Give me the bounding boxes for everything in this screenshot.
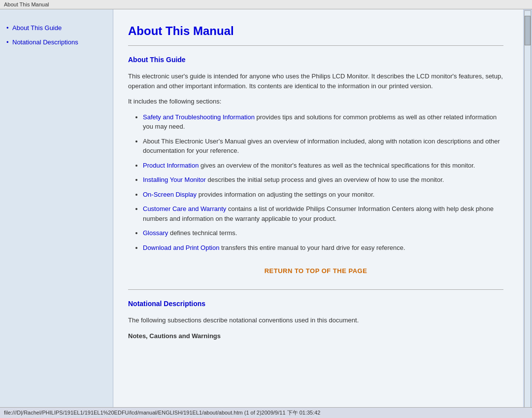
main-content: About This Manual About This Guide This …: [113, 9, 523, 414]
list-intro-text: It includes the following sections:: [128, 97, 503, 106]
list-item: Installing Your Monitor describes the in…: [143, 175, 503, 185]
divider-mid: [128, 289, 503, 290]
list-item: Glossary defines technical terms.: [143, 228, 503, 238]
browser-content: About This Guide Notational Descriptions…: [0, 9, 532, 414]
sidebar-nav: About This Guide Notational Descriptions: [7, 24, 105, 46]
glossary-link[interactable]: Glossary: [143, 229, 168, 237]
safety-link[interactable]: Safety and Troubleshooting Information: [143, 113, 255, 121]
page-title: About This Manual: [128, 24, 503, 38]
list-item: Download and Print Option transfers this…: [143, 243, 503, 253]
divider-top: [128, 45, 503, 46]
scrollbar-area[interactable]: [523, 9, 532, 414]
return-to-top-link[interactable]: RETURN TO TOP OF THE PAGE: [128, 267, 503, 275]
list-item: Safety and Troubleshooting Information p…: [143, 112, 503, 132]
list-item: On-Screen Display provides information o…: [143, 190, 503, 200]
sections-list: Safety and Troubleshooting Information p…: [143, 112, 503, 253]
list-item: Product Information gives an overview of…: [143, 161, 503, 171]
list-item: About This Electronic User's Manual give…: [143, 137, 503, 156]
title-bar-text: About This Manual: [4, 1, 49, 7]
about-this-guide-section: About This Guide This electronic user's …: [128, 56, 503, 275]
product-info-link[interactable]: Product Information: [143, 162, 199, 169]
about-intro-paragraph: This electronic user's guide is intended…: [128, 71, 503, 91]
about-this-guide-title: About This Guide: [128, 56, 503, 64]
status-bar: file:///D|/Rachel/PHILIPS/191EL1/191EL1%…: [0, 407, 532, 414]
download-print-link[interactable]: Download and Print Option: [143, 244, 219, 251]
sidebar: About This Guide Notational Descriptions: [0, 9, 113, 414]
osd-link[interactable]: On-Screen Display: [143, 191, 197, 198]
scrollbar-thumb[interactable]: [525, 16, 531, 45]
status-bar-text: file:///D|/Rachel/PHILIPS/191EL1/191EL1%…: [4, 410, 320, 414]
sidebar-item-about-this-guide[interactable]: About This Guide: [7, 24, 105, 32]
customer-care-link[interactable]: Customer Care and Warranty: [143, 205, 226, 212]
notes-cautions-warnings-heading: Notes, Cautions and Warnings: [128, 331, 503, 341]
scrollbar-track[interactable]: [524, 10, 531, 413]
notational-descriptions-title: Notational Descriptions: [128, 300, 503, 308]
notational-descriptions-section: Notational Descriptions The following su…: [128, 300, 503, 341]
sidebar-item-notational-descriptions[interactable]: Notational Descriptions: [7, 38, 105, 46]
notational-intro: The following subsections describe notat…: [128, 315, 503, 325]
title-bar: About This Manual: [0, 0, 532, 9]
installing-monitor-link[interactable]: Installing Your Monitor: [143, 176, 206, 183]
list-item: Customer Care and Warranty contains a li…: [143, 204, 503, 223]
